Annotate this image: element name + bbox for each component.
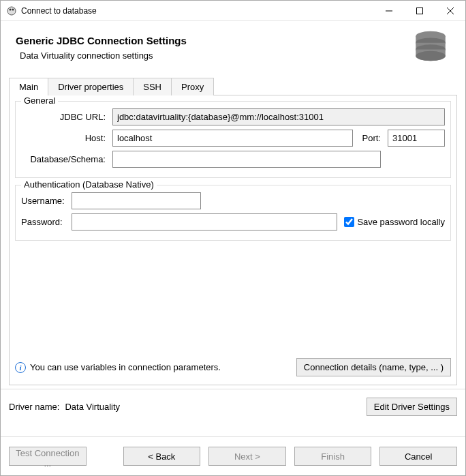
general-legend: General [21,95,58,106]
authentication-group: Authentication (Database Native) Usernam… [15,185,451,241]
wizard-header: Generic JDBC Connection Settings Data Vi… [1,21,465,77]
tab-bar: Main Driver properties SSH Proxy [9,77,457,95]
save-password-checkbox[interactable] [344,217,354,227]
port-field[interactable] [388,130,445,147]
host-label: Host: [21,133,110,143]
cancel-button[interactable]: Cancel [379,447,457,466]
wizard-footer: Test Connection ... < Back Next > Finish… [1,436,465,475]
minimize-button[interactable] [373,1,404,21]
jdbc-url-field[interactable] [112,108,445,125]
close-button[interactable] [435,1,465,21]
page-subtitle: Data Virtuality connection settings [16,50,187,61]
tab-ssh[interactable]: SSH [133,78,172,95]
app-icon [6,5,17,16]
finish-button[interactable]: Finish [294,447,372,466]
general-group: General JDBC URL: Host: Port: Database/S… [15,101,451,178]
svg-point-2 [12,8,14,10]
next-button[interactable]: Next > [208,447,286,466]
info-icon: i [15,362,26,373]
host-field[interactable] [112,130,353,147]
hint-text: You can use variables in connection para… [30,362,221,372]
username-field[interactable] [72,192,201,209]
maximize-button[interactable] [404,1,435,21]
test-connection-button[interactable]: Test Connection ... [9,447,87,466]
database-label: Database/Schema: [21,154,110,164]
svg-rect-4 [416,8,422,14]
driver-name-value: Data Virtuality [65,402,120,412]
tab-main[interactable]: Main [9,78,48,95]
password-label: Password: [21,217,69,227]
svg-point-10 [416,51,446,61]
password-field[interactable] [72,213,337,230]
database-icon [411,28,450,68]
titlebar: Connect to database [1,1,465,21]
tab-driver-properties[interactable]: Driver properties [48,78,134,95]
svg-point-1 [10,8,12,10]
tab-proxy[interactable]: Proxy [171,78,214,95]
window-title: Connect to database [21,6,373,16]
database-field[interactable] [112,151,381,168]
page-title: Generic JDBC Connection Settings [16,35,187,46]
port-label: Port: [356,133,385,143]
driver-name-label: Driver name: [9,402,59,412]
driver-row: Driver name: Data Virtuality Edit Driver… [1,389,465,436]
main-tab-panel: General JDBC URL: Host: Port: Database/S… [9,95,457,385]
authentication-legend: Authentication (Database Native) [21,179,157,190]
back-button[interactable]: < Back [123,447,201,466]
svg-point-0 [7,7,16,15]
jdbc-url-label: JDBC URL: [21,112,110,122]
connection-details-button[interactable]: Connection details (name, type, ... ) [296,358,451,376]
username-label: Username: [21,196,69,206]
save-password-label: Save password locally [357,217,445,227]
edit-driver-settings-button[interactable]: Edit Driver Settings [367,398,457,416]
